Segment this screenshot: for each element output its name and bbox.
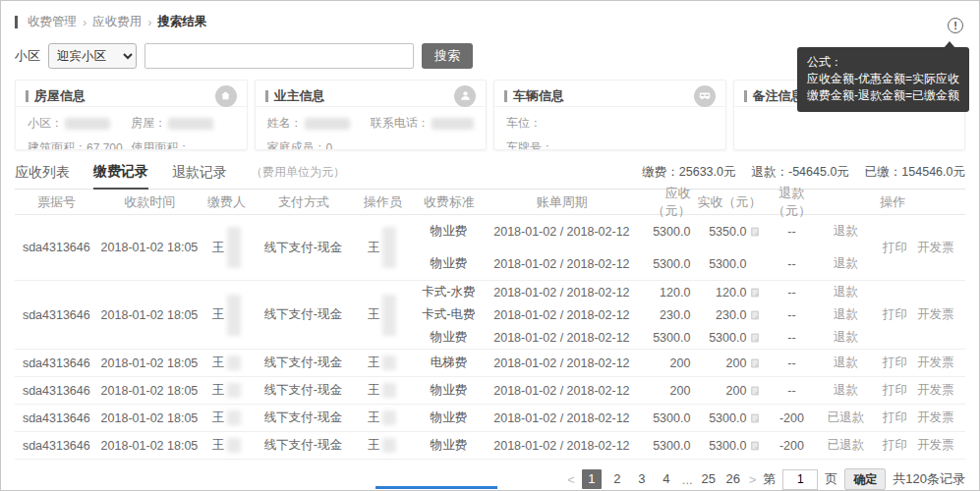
refund-link[interactable]: 退款: [834, 256, 858, 270]
redacted-value: [227, 295, 241, 336]
receipt-note-icon[interactable]: [749, 385, 761, 397]
breadcrumb-accent-bar: [15, 16, 18, 28]
confirm-page-button[interactable]: 确定: [844, 468, 886, 490]
refund-amount: --: [763, 308, 820, 322]
prev-page-arrow[interactable]: <: [567, 472, 575, 487]
table-row-group: sda4313646 2018-01-02 18:05 王 线下支付-现金 王 …: [15, 350, 965, 377]
receipt-note-icon[interactable]: [749, 287, 761, 299]
receipt-note-icon[interactable]: [749, 309, 761, 321]
receipt-note-icon[interactable]: [749, 332, 761, 344]
info-card: 车辆信息 车位：车牌号：: [493, 80, 726, 150]
user-icon: [454, 85, 476, 107]
breadcrumb-item[interactable]: 收费管理: [28, 14, 77, 30]
refund-amount: --: [763, 257, 820, 271]
received-amount: 200: [692, 384, 763, 398]
fee-item-row: 物业费 2018-01-02 / 2018-02-12 5300.0 5300.…: [409, 326, 871, 349]
payer: 王: [201, 437, 252, 454]
search-input[interactable]: [144, 43, 414, 69]
payer: 王: [201, 355, 252, 371]
bill-period: 2018-01-02 / 2018-02-12: [488, 308, 635, 322]
fee-standard: 物业费: [409, 223, 488, 240]
page-number-current[interactable]: 1: [582, 469, 602, 489]
received-amount: 5350.0: [692, 225, 763, 239]
card-field: 建筑面积：67.700: [28, 139, 131, 150]
received-amount: 230.0: [692, 308, 763, 322]
community-select[interactable]: 迎宾小区: [48, 43, 137, 69]
invoice-link[interactable]: 开发票: [917, 306, 954, 323]
operator: 王: [355, 355, 410, 371]
tab-payment-records[interactable]: 缴费记录: [93, 163, 148, 190]
fee-item-row: 电梯费 2018-01-02 / 2018-02-12 200 200 -- 退…: [409, 350, 871, 376]
info-icon[interactable]: !: [948, 18, 963, 33]
receivable-amount: 5300.0: [635, 439, 692, 453]
field-value: 67.700: [86, 141, 123, 151]
page-jump-input[interactable]: [782, 469, 818, 490]
received-amount: 120.0: [692, 286, 763, 300]
payer: 王: [201, 409, 252, 426]
next-page-arrow[interactable]: >: [749, 472, 757, 487]
tab-refund-records[interactable]: 退款记录: [172, 164, 227, 189]
breadcrumb-item[interactable]: 应收费用: [92, 14, 142, 30]
invoice-link[interactable]: 开发票: [917, 240, 954, 256]
home-icon: [215, 85, 237, 107]
print-link[interactable]: 打印: [883, 409, 907, 426]
refund-link[interactable]: 退款: [834, 307, 858, 321]
card-title: 业主信息: [274, 87, 455, 105]
payment-method: 线下支付-现金: [252, 382, 355, 399]
page-number[interactable]: 2: [608, 469, 626, 489]
redacted-value: [382, 410, 396, 425]
fee-item-row: 物业费 2018-01-02 / 2018-02-12 5300.0 5300.…: [409, 432, 871, 459]
receipt-note-icon[interactable]: [749, 226, 761, 238]
fee-standard: 物业费: [409, 437, 488, 454]
column-header: 账单周期: [489, 193, 636, 211]
card-body: 姓名：联系电话：家庭成员：0: [256, 107, 487, 150]
payment-time: 2018-01-02 18:05: [98, 356, 202, 370]
page-number[interactable]: 26: [724, 469, 742, 489]
card-accent-bar: [26, 90, 29, 102]
page-number[interactable]: 25: [700, 469, 718, 489]
card-title: 房屋信息: [34, 87, 215, 105]
receipt-note-icon[interactable]: [749, 412, 761, 424]
refund-link[interactable]: 退款: [834, 224, 858, 238]
print-link[interactable]: 打印: [883, 306, 907, 323]
receivable-amount: 5300.0: [635, 331, 692, 345]
receipt-note-icon[interactable]: [749, 357, 761, 369]
card-title: 车辆信息: [513, 87, 694, 105]
redacted-value: [168, 118, 213, 130]
scrollbar-artifact: [375, 486, 497, 489]
bill-period: 2018-01-02 / 2018-02-12: [488, 356, 635, 370]
invoice-link[interactable]: 开发票: [917, 382, 954, 399]
invoice-link[interactable]: 开发票: [917, 437, 954, 454]
print-link[interactable]: 打印: [883, 437, 907, 454]
print-link[interactable]: 打印: [883, 355, 907, 371]
invoice-link[interactable]: 开发票: [917, 409, 954, 426]
tab-receivable-list[interactable]: 应收列表: [15, 164, 70, 189]
receipt-no: sda4313646: [15, 241, 98, 254]
refund-link[interactable]: 退款: [834, 330, 858, 344]
refund-link[interactable]: 退款: [834, 355, 858, 369]
receipt-no: sda4313646: [15, 384, 98, 398]
refund-link[interactable]: 退款: [834, 285, 858, 299]
payment-time: 2018-01-02 18:05: [98, 439, 202, 453]
column-header: 票据号: [15, 193, 98, 211]
receipt-note-icon[interactable]: [749, 440, 761, 452]
search-button[interactable]: 搜索: [422, 43, 473, 69]
refund-amount: -200: [763, 439, 820, 453]
refund-amount: -200: [763, 411, 820, 425]
print-link[interactable]: 打印: [883, 382, 907, 399]
refund-link[interactable]: 退款: [834, 383, 858, 397]
redacted-value: [382, 438, 396, 453]
fee-item-row: 物业费 2018-01-02 / 2018-02-12 5300.0 5300.…: [409, 405, 871, 431]
redacted-value: [382, 383, 396, 398]
fee-standard: 电梯费: [409, 355, 488, 371]
invoice-link[interactable]: 开发票: [917, 355, 954, 371]
print-link[interactable]: 打印: [883, 240, 907, 256]
card-body: 小区：房屋：建筑面积：67.700使用面积：: [16, 107, 247, 150]
receivable-amount: 230.0: [635, 308, 692, 322]
page-number[interactable]: 4: [658, 469, 675, 489]
bill-period: 2018-01-02 / 2018-02-12: [488, 439, 635, 453]
page-number[interactable]: 3: [633, 469, 651, 489]
field-label: 建筑面积：: [28, 139, 86, 150]
redacted-value: [227, 383, 241, 398]
card-accent-bar: [504, 90, 507, 102]
